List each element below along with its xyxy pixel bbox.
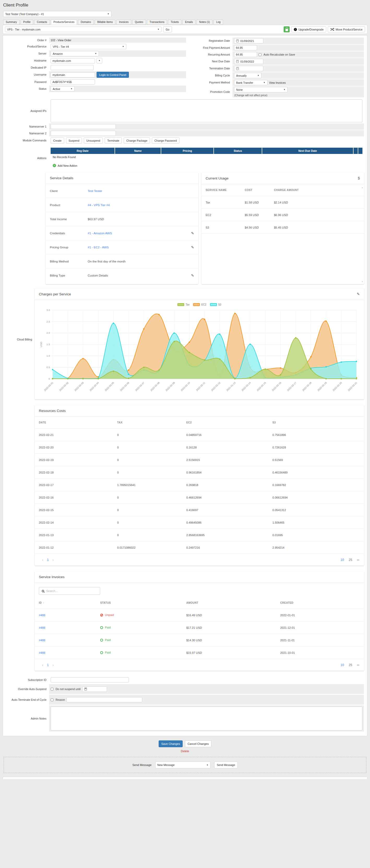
tab-summary[interactable]: Summary (3, 20, 20, 25)
next-due-date-input[interactable]: 01/09/2022 (234, 59, 263, 64)
prev-page-button[interactable]: ‹ (39, 663, 46, 667)
page-size-10[interactable]: 10 (341, 558, 344, 562)
tab-domains[interactable]: Domains (78, 20, 93, 25)
invoice-id-link[interactable]: #488 (39, 626, 45, 629)
prev-page-button[interactable]: ‹ (39, 558, 46, 562)
nameserver1-input[interactable] (51, 124, 116, 129)
tab-emails[interactable]: Emails (182, 20, 195, 25)
invoices-header-id[interactable]: ID↑ (39, 601, 100, 604)
view-order-link[interactable]: 102 - View Order (51, 39, 71, 42)
status-select[interactable]: Active ▼ (51, 86, 74, 92)
table-row: 2022-02-1800.961618540.46156489 (35, 466, 364, 479)
scroll-up-icon[interactable]: ▲ (361, 187, 363, 188)
module-suspend-button[interactable]: Suspend (66, 137, 82, 144)
lock-button[interactable] (284, 26, 290, 32)
edit-credentials-icon[interactable]: ✎ (191, 231, 194, 235)
cancel-changes-button[interactable]: Cancel Changes (185, 740, 211, 747)
reason-input[interactable] (66, 697, 142, 702)
tab-contacts[interactable]: Contacts (34, 20, 50, 25)
edit-pricing-group-icon[interactable]: ✎ (191, 245, 194, 249)
add-new-addon-link[interactable]: + Add New Addon (53, 164, 77, 167)
upgrade-downgrade-button[interactable]: ↑ Upgrade/Downgrade (291, 26, 326, 32)
product-service-select[interactable]: VPS - Tier #4 ▼ (51, 44, 126, 49)
tab-tickets[interactable]: Tickets (168, 20, 181, 25)
invoice-search[interactable] (39, 587, 100, 595)
module-create-button[interactable]: Create (51, 137, 64, 144)
module-change-package-button[interactable]: Change Package (124, 137, 150, 144)
subscription-id-input[interactable] (51, 677, 129, 682)
view-invoices-link[interactable]: View Invoices (269, 81, 286, 84)
move-product-button[interactable]: Move Product/Service (328, 26, 365, 32)
svg-text:2022-02-12: 2022-02-12 (211, 381, 221, 392)
product-link[interactable]: #4 - VPS Tier #4 (88, 204, 110, 207)
detail-row-total-income: Total Income $63.97 USD (46, 212, 198, 226)
recurring-amount-input[interactable] (234, 52, 257, 57)
tab-products-services[interactable]: Products/Services (51, 20, 77, 25)
invoice-id-link[interactable]: #488 (39, 614, 45, 617)
termination-date-input[interactable] (234, 66, 263, 71)
reason-checkbox[interactable] (51, 699, 54, 701)
invoice-id-link[interactable]: #488 (39, 651, 45, 654)
hostname-input[interactable] (51, 58, 95, 63)
send-message-select[interactable]: New Message ▼ (155, 762, 211, 768)
service-selector[interactable]: VPS - Tier - mydomain.com ▼ (5, 27, 161, 32)
edit-billing-type-icon[interactable]: ✎ (191, 273, 194, 278)
tab-profile[interactable]: Profile (21, 20, 33, 25)
server-select[interactable]: Amazon ▼ (51, 51, 99, 56)
order-label: Order # (6, 39, 49, 42)
page-size-all[interactable]: ∞ (357, 558, 359, 562)
delete-link[interactable]: Delete (3, 749, 367, 753)
client-selector[interactable]: Test Tester (Test Company) - #1 ▼ (3, 11, 112, 17)
module-terminate-button[interactable]: Terminate (105, 137, 122, 144)
do-not-suspend-checkbox[interactable] (51, 688, 54, 690)
scroll-down-icon[interactable]: ▼ (361, 281, 363, 283)
tab-quotes[interactable]: Quotes (132, 20, 146, 25)
page-size-10[interactable]: 10 (341, 663, 344, 667)
registration-date-input[interactable]: 01/09/2021 (234, 38, 263, 43)
usage-scrollbar[interactable]: ▲ ▼ (361, 186, 363, 283)
page-number[interactable]: 1 (46, 558, 50, 562)
page-size-all[interactable]: ∞ (357, 663, 359, 667)
password-input[interactable] (51, 79, 95, 85)
credentials-link[interactable]: #1 - Amazon AWS (88, 232, 112, 235)
page-number[interactable]: 1 (46, 663, 50, 667)
billing-cycle-select[interactable]: Annually ▼ (234, 73, 261, 78)
go-button[interactable]: Go (163, 26, 172, 32)
tab-transactions[interactable]: Transactions (147, 20, 167, 25)
search-input[interactable] (46, 589, 97, 592)
edit-chart-icon[interactable]: ✎ (357, 292, 360, 296)
page-size-25[interactable]: 25 (349, 558, 352, 562)
invoice-id-link[interactable]: #488 (39, 639, 45, 642)
auto-recalculate-checkbox[interactable] (258, 53, 261, 56)
tab-billable-items[interactable]: Billable Items (95, 20, 115, 25)
payment-method-select[interactable]: Bank Transfer ▼ (234, 80, 268, 85)
dedicated-ip-input[interactable] (51, 65, 94, 70)
product-service-label: Product/Service (6, 45, 49, 48)
calendar-icon (236, 60, 239, 63)
login-control-panel-button[interactable]: Login to Control Panel (97, 72, 129, 78)
tab-invoices[interactable]: Invoices (116, 20, 131, 25)
suspend-until-date-input[interactable] (82, 686, 107, 692)
next-page-button[interactable]: › (50, 663, 56, 667)
admin-notes-textarea[interactable] (51, 707, 363, 731)
next-page-button[interactable]: › (50, 558, 56, 562)
pricing-group-label: Pricing Group (50, 246, 88, 249)
client-link[interactable]: Test Tester (88, 189, 102, 192)
tab-log[interactable]: Log (213, 20, 223, 25)
svg-text:2022-02-02: 2022-02-02 (59, 381, 69, 392)
dollar-icon[interactable]: $ (358, 176, 360, 180)
tab-notes[interactable]: Notes (1) (196, 20, 212, 25)
hostname-dropdown-button[interactable]: ▼ (97, 58, 102, 63)
promotion-code-select[interactable]: None ▼ (234, 87, 287, 92)
username-input[interactable] (51, 72, 95, 78)
nameserver2-input[interactable] (51, 131, 116, 136)
assigned-ips-textarea[interactable] (51, 99, 363, 122)
page-size-25[interactable]: 25 (349, 663, 352, 667)
hostname-label: Hostname (6, 59, 49, 62)
send-message-button[interactable]: Send Message (214, 762, 238, 768)
first-payment-input[interactable] (234, 45, 257, 50)
module-change-password-button[interactable]: Change Password (152, 137, 180, 144)
save-changes-button[interactable]: Save Changes (159, 740, 183, 747)
pricing-group-link[interactable]: #1 - EC2 - AWS (88, 246, 109, 249)
module-unsuspend-button[interactable]: Unsuspend (84, 137, 103, 144)
